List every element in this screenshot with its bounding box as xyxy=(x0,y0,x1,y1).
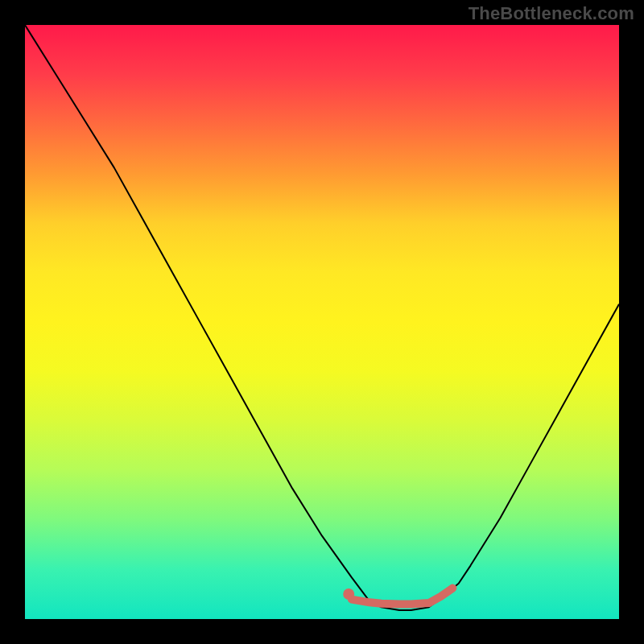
watermark: TheBottleneck.com xyxy=(469,3,634,24)
gradient-bg xyxy=(25,25,619,619)
chart-svg xyxy=(25,25,619,619)
chart-frame: TheBottleneck.com xyxy=(0,0,644,644)
plot-area xyxy=(25,25,619,619)
highlight-dot xyxy=(343,588,354,600)
